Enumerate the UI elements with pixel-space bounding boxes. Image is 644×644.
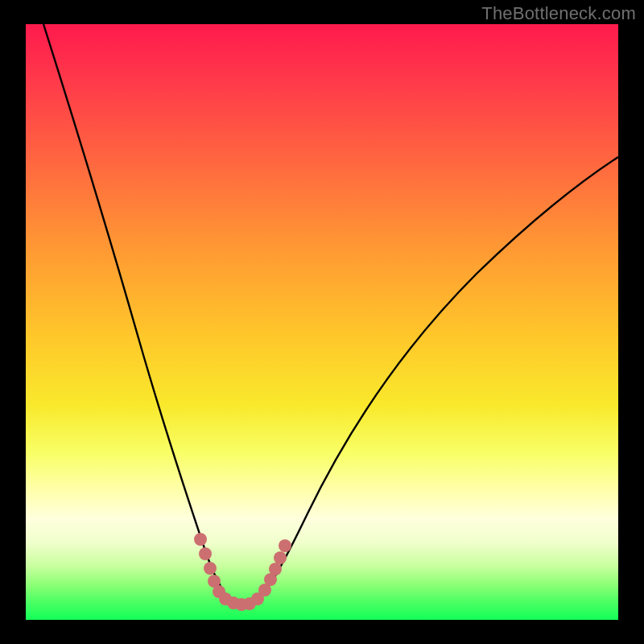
svg-point-1 <box>199 547 212 560</box>
bottleneck-curve-line <box>43 24 618 605</box>
svg-point-13 <box>274 551 287 564</box>
chart-frame: TheBottleneck.com <box>0 0 644 644</box>
curve-svg <box>26 24 618 620</box>
svg-point-0 <box>194 533 207 546</box>
watermark-text: TheBottleneck.com <box>481 3 636 24</box>
svg-point-14 <box>279 539 291 552</box>
svg-point-12 <box>269 563 282 576</box>
plot-area <box>26 24 618 620</box>
highlight-dots <box>194 533 291 611</box>
svg-point-2 <box>204 562 217 575</box>
